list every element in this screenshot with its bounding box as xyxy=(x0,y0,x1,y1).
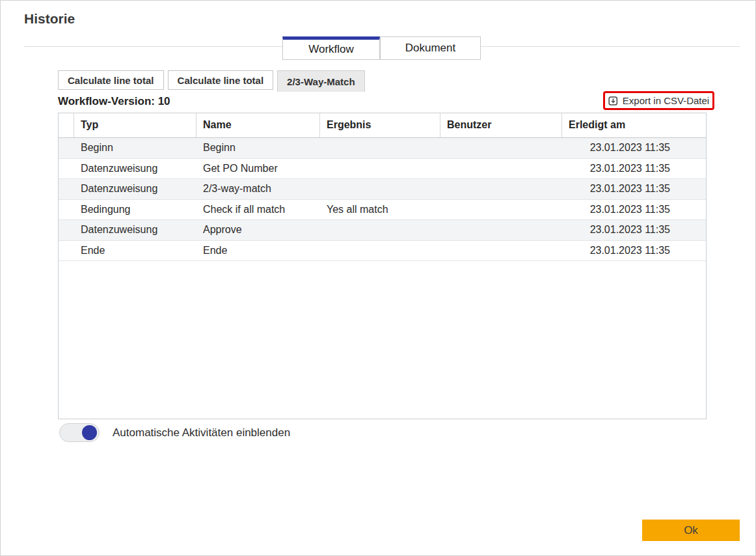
table-body: Beginn Beginn 23.01.2023 11:35 Datenzuwe… xyxy=(59,138,706,261)
column-header-name: Name xyxy=(196,113,320,137)
cell-erledigt-am: 23.01.2023 11:35 xyxy=(562,220,706,240)
table-row: Datenzuweisung Approve 23.01.2023 11:35 xyxy=(59,220,706,241)
cell-indicator xyxy=(59,241,74,261)
cell-ergebnis xyxy=(320,241,440,261)
cell-name: Get PO Number xyxy=(196,159,320,179)
cell-typ: Beginn xyxy=(74,138,196,158)
cell-erledigt-am: 23.01.2023 11:35 xyxy=(562,179,706,199)
cell-ergebnis xyxy=(320,138,440,158)
cell-name: Approve xyxy=(196,220,320,240)
cell-name: Beginn xyxy=(196,138,320,158)
cell-benutzer xyxy=(440,179,562,199)
cell-benutzer xyxy=(440,159,562,179)
cell-benutzer xyxy=(440,220,562,240)
auto-activities-label: Automatische Aktivitäten einblenden xyxy=(113,426,290,439)
ok-button[interactable]: Ok xyxy=(642,520,740,541)
cell-typ: Datenzuweisung xyxy=(74,159,196,179)
cell-indicator xyxy=(59,138,74,158)
cell-indicator xyxy=(59,159,74,179)
cell-erledigt-am: 23.01.2023 11:35 xyxy=(562,241,706,261)
table-row: Datenzuweisung Get PO Number 23.01.2023 … xyxy=(59,159,706,180)
table-header-row: Typ Name Ergebnis Benutzer Erledigt am xyxy=(59,113,706,138)
cell-typ: Datenzuweisung xyxy=(74,179,196,199)
column-header-erledigt-am: Erledigt am xyxy=(562,113,706,137)
table-row: Bedingung Check if all match Yes all mat… xyxy=(59,200,706,221)
column-header-empty xyxy=(59,113,74,137)
cell-typ: Datenzuweisung xyxy=(74,220,196,240)
cell-name: Ende xyxy=(196,241,320,261)
subtab-calculate-line-total-2[interactable]: Calculate line total xyxy=(168,70,274,90)
auto-activities-toggle[interactable] xyxy=(59,423,100,442)
cell-ergebnis xyxy=(320,220,440,240)
tab-dokument[interactable]: Dokument xyxy=(380,36,481,60)
cell-indicator xyxy=(59,200,74,220)
cell-benutzer xyxy=(440,200,562,220)
cell-name: 2/3-way-match xyxy=(196,179,320,199)
cell-indicator xyxy=(59,179,74,199)
tab-workflow[interactable]: Workflow xyxy=(282,36,380,60)
column-header-ergebnis: Ergebnis xyxy=(320,113,440,137)
cell-ergebnis xyxy=(320,159,440,179)
cell-ergebnis: Yes all match xyxy=(320,200,440,220)
workflow-sub-tab-bar: Calculate line total Calculate line tota… xyxy=(58,70,365,92)
cell-benutzer xyxy=(440,138,562,158)
workflow-history-table: Typ Name Ergebnis Benutzer Erledigt am B… xyxy=(58,113,707,419)
auto-activities-row: Automatische Aktivitäten einblenden xyxy=(59,423,290,442)
cell-ergebnis xyxy=(320,179,440,199)
cell-erledigt-am: 23.01.2023 11:35 xyxy=(562,159,706,179)
main-tab-bar: Workflow Dokument xyxy=(282,36,481,60)
cell-benutzer xyxy=(440,241,562,261)
table-row: Ende Ende 23.01.2023 11:35 xyxy=(59,241,706,262)
cell-erledigt-am: 23.01.2023 11:35 xyxy=(562,200,706,220)
cell-typ: Ende xyxy=(74,241,196,261)
subtab-2-3-way-match[interactable]: 2/3-Way-Match xyxy=(277,70,364,92)
table-row: Datenzuweisung 2/3-way-match 23.01.2023 … xyxy=(59,179,706,200)
column-header-benutzer: Benutzer xyxy=(440,113,562,137)
annotation-highlight-box: Export in CSV-Datei xyxy=(603,91,714,110)
export-csv-button[interactable]: Export in CSV-Datei xyxy=(608,95,709,106)
cell-typ: Bedingung xyxy=(74,200,196,220)
dialog-title: Historie xyxy=(24,11,75,27)
subtab-calculate-line-total-1[interactable]: Calculate line total xyxy=(58,70,164,90)
export-csv-label: Export in CSV-Datei xyxy=(623,95,709,106)
table-row: Beginn Beginn 23.01.2023 11:35 xyxy=(59,138,706,159)
historie-dialog: Historie Workflow Dokument Calculate lin… xyxy=(0,0,756,556)
workflow-version-label: Workflow-Version: 10 xyxy=(58,95,170,108)
toggle-knob xyxy=(82,425,97,440)
cell-indicator xyxy=(59,220,74,240)
cell-name: Check if all match xyxy=(196,200,320,220)
column-header-typ: Typ xyxy=(74,113,196,137)
download-icon xyxy=(608,96,618,106)
cell-erledigt-am: 23.01.2023 11:35 xyxy=(562,138,706,158)
